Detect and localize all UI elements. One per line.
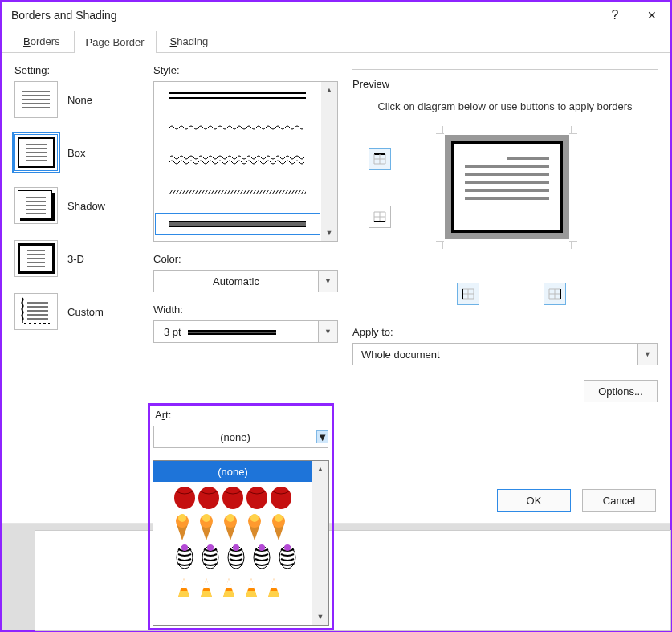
style-item-wave-single[interactable] [159,120,316,135]
setting-3d-label: 3-D [67,253,84,265]
svg-point-35 [198,487,219,509]
chevron-down-icon[interactable]: ▼ [316,430,328,443]
color-value: Automatic [154,275,318,287]
color-dropdown[interactable]: Automatic ▼ [153,270,338,292]
toggle-right-border-button[interactable] [544,283,566,305]
svg-point-38 [271,487,291,509]
preview-helper-text: Click on diagram below or use buttons to… [352,100,658,114]
setting-none-label: None [67,94,92,106]
tab-page-border[interactable]: Page Border [74,31,157,53]
art-label: Art: [150,406,332,422]
toggle-top-border-button[interactable] [369,148,391,170]
svg-point-37 [246,487,267,509]
ok-button[interactable]: OK [497,489,571,512]
setting-box-label: Box [67,147,85,159]
style-item-emboss[interactable] [159,217,316,231]
setting-custom-label: Custom [67,306,104,318]
tab-strip: Borders Page Border Shading [2,29,670,53]
art-option-zebra[interactable] [153,543,312,573]
setting-custom[interactable]: Custom [14,293,139,330]
style-item-double-line[interactable] [159,88,316,103]
setting-shadow[interactable]: Shadow [14,187,139,224]
setting-shadow-label: Shadow [67,200,105,212]
art-value: (none) [154,431,316,443]
preview-label: Preview [352,78,394,90]
toggle-left-border-button[interactable] [457,283,479,305]
style-scrollbar[interactable]: ▲ ▼ [321,82,337,241]
art-dropdown[interactable]: (none) ▼ [153,426,328,448]
scroll-up-icon[interactable]: ▲ [321,82,337,98]
document-sheet [35,531,670,630]
svg-point-36 [222,487,243,509]
art-option-icecream[interactable] [153,512,312,543]
art-option-candy-corn[interactable] [153,573,312,604]
scroll-down-icon[interactable]: ▼ [312,609,328,625]
close-button[interactable]: ✕ [633,2,670,29]
options-button[interactable]: Options... [584,380,658,402]
setting-none[interactable]: None [14,81,139,118]
scroll-down-icon[interactable]: ▼ [321,225,337,241]
dialog-title: Borders and Shading [11,9,597,22]
width-value: 3 pt [154,326,318,338]
preview-zone [352,130,658,323]
color-label: Color: [153,253,338,265]
chevron-down-icon[interactable]: ▼ [318,271,337,292]
art-section-highlight: Art: (none) ▼ (none) [148,403,334,630]
setting-3d[interactable]: 3-D [14,240,139,277]
style-listbox[interactable]: ▲ ▼ [153,81,338,242]
scroll-up-icon[interactable]: ▲ [312,461,328,477]
chevron-down-icon[interactable]: ▼ [637,344,657,365]
style-label: Style: [153,64,338,76]
art-option-none[interactable]: (none) [153,461,312,482]
apply-to-dropdown[interactable]: Whole document ▼ [352,343,658,365]
art-option-apples[interactable] [153,482,312,512]
setting-label: Setting: [14,64,139,76]
style-item-wave-double[interactable] [159,153,316,167]
document-background [2,524,670,630]
apply-to-value: Whole document [353,349,637,361]
svg-point-34 [174,487,195,509]
chevron-down-icon[interactable]: ▼ [318,321,337,342]
preview-page[interactable] [445,135,569,239]
setting-box[interactable]: Box [14,134,139,171]
help-button[interactable]: ? [597,2,633,29]
cancel-button[interactable]: Cancel [582,489,656,512]
svg-rect-8 [169,190,306,194]
tab-borders[interactable]: Borders [11,30,72,52]
width-label: Width: [153,304,338,316]
title-bar: Borders and Shading ? ✕ [2,2,670,29]
toggle-bottom-border-button[interactable] [369,206,391,228]
tab-shading[interactable]: Shading [158,30,221,52]
style-item-diagonal-stripe[interactable] [159,185,316,199]
art-scrollbar[interactable]: ▲ ▼ [312,461,328,625]
apply-to-label: Apply to: [352,326,658,338]
art-dropdown-list[interactable]: (none) ▲ ▼ [153,460,329,626]
width-dropdown[interactable]: 3 pt ▼ [153,320,338,343]
borders-shading-dialog: Borders and Shading ? ✕ Borders Page Bor… [2,2,670,523]
